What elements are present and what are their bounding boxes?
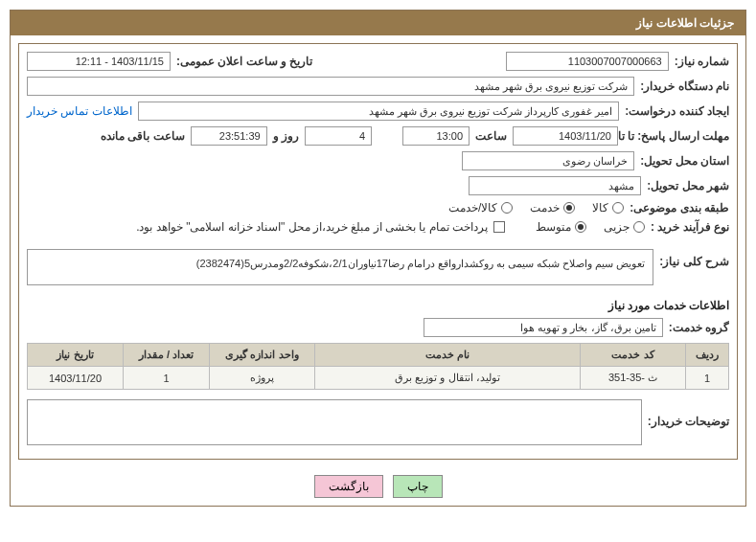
radio-service[interactable] [563,202,575,214]
th-qty: تعداد / مقدار [124,344,210,367]
label-province: استان محل تحویل: [640,154,729,168]
table-row: 1 ث -35-351 تولید، انتقال و توزیع برق پر… [28,367,729,390]
field-province: خراسان رضوی [462,151,634,170]
radio-both[interactable] [501,202,513,214]
field-deadline-date: 1403/11/20 [513,126,618,146]
td-qty: 1 [124,367,210,390]
th-unit: واحد اندازه گیری [210,344,315,367]
field-service-group: تامین برق، گاز، بخار و تهویه هوا [424,318,663,337]
label-buyer-org: نام دستگاه خریدار: [640,79,729,93]
radio-small-label: جزیی [604,220,630,234]
th-name: نام خدمت [315,344,581,367]
td-code: ث -35-351 [581,367,686,390]
td-name: تولید، انتقال و توزیع برق [315,367,581,390]
label-hour: ساعت [475,129,507,143]
field-city: مشهد [469,176,641,195]
field-countdown: 23:51:39 [191,126,267,146]
th-row: ردیف [686,344,729,367]
radio-small[interactable] [633,221,645,233]
checkbox-payment[interactable] [493,221,505,233]
label-category: طبقه بندی موضوعی: [630,201,729,215]
panel-title: جزئیات اطلاعات نیاز [11,11,745,35]
field-buyer-notes [27,399,642,445]
td-date: 1403/11/20 [28,367,124,390]
radio-medium-label: متوسط [536,220,571,234]
field-deadline-hour: 13:00 [402,126,470,146]
label-service-group: گروه خدمت: [669,321,729,334]
services-table: ردیف کد خدمت نام خدمت واحد اندازه گیری ت… [27,343,729,390]
th-code: کد خدمت [581,344,686,367]
radio-both-label: کالا/خدمت [448,201,497,215]
label-buyer-notes: توضیحات خریدار: [648,415,729,428]
category-radio-group: کالا خدمت کالا/خدمت [448,201,624,215]
table-header-row: ردیف کد خدمت نام خدمت واحد اندازه گیری ت… [28,344,729,367]
label-requester: ایجاد کننده درخواست: [625,104,729,118]
contact-link[interactable]: اطلاعات تماس خریدار [27,104,132,118]
field-need-no: 1103007007000663 [506,52,669,71]
label-city: شهر محل تحویل: [647,179,729,192]
label-deadline: مهلت ارسال پاسخ: تا تاریخ: [624,129,729,143]
field-announce-date: 1403/11/15 - 12:11 [27,52,171,71]
payment-note: پرداخت تمام یا بخشی از مبلغ خرید،از محل … [136,220,488,234]
radio-medium[interactable] [575,221,586,233]
label-announce-date: تاریخ و ساعت اعلان عمومی: [176,55,312,68]
buy-type-radio-group: جزیی متوسط [536,220,645,234]
td-unit: پروژه [210,367,315,390]
back-button[interactable]: بازگشت [314,475,383,498]
label-remaining: ساعت باقی مانده [101,129,185,143]
services-info-header: اطلاعات خدمات مورد نیاز [27,299,729,312]
label-days-and: روز و [273,129,299,143]
print-button[interactable]: چاپ [393,475,443,498]
radio-goods[interactable] [612,202,624,214]
field-requester: امیر غفوری کارپرداز شرکت توزیع نیروی برق… [138,102,620,121]
label-overall-desc: شرح کلی نیاز: [659,255,729,268]
main-panel: جزئیات اطلاعات نیاز شماره نیاز: 11030070… [10,10,746,507]
th-date: تاریخ نیاز [28,344,124,367]
field-days: 4 [305,126,372,146]
label-buy-type: نوع فرآیند خرید : [651,220,729,234]
label-need-no: شماره نیاز: [675,55,729,68]
radio-service-label: خدمت [530,201,560,215]
field-buyer-org: شرکت توزیع نیروی برق شهر مشهد [27,77,634,96]
radio-goods-label: کالا [592,201,608,215]
td-row: 1 [686,367,729,390]
field-overall-desc: تعویض سیم واصلاح شبکه سیمی به روکشدارواق… [27,249,653,285]
